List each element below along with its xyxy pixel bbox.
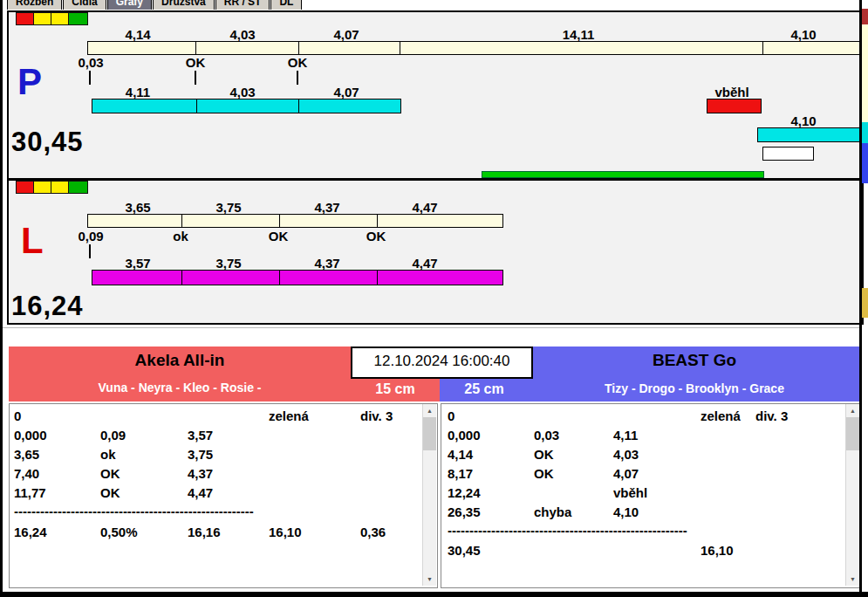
team-height-right: 25 cm bbox=[440, 381, 529, 397]
scrollbar[interactable]: ▲ ▼ bbox=[422, 404, 436, 586]
desktop-edge-fragment bbox=[862, 122, 868, 143]
table-cell: 8,17 bbox=[448, 466, 473, 481]
datetime-display: 12.10.2024 16:00:40 bbox=[351, 347, 533, 379]
bar-separator bbox=[298, 100, 299, 113]
check-label: OK bbox=[242, 229, 315, 244]
table-cell: 4,37 bbox=[188, 466, 213, 481]
table-divider: ----------------------------------------… bbox=[14, 504, 260, 519]
tab-rozbeh[interactable]: Rozběh bbox=[7, 0, 62, 10]
sensor-split-label: 4,10 bbox=[767, 27, 840, 42]
table-divider: ----------------------------------------… bbox=[448, 523, 694, 539]
run-split-label: 4,07 bbox=[310, 85, 383, 100]
run-bar bbox=[92, 99, 401, 113]
table-cell: zelená bbox=[701, 408, 741, 423]
bar-separator bbox=[377, 215, 378, 227]
team-name-right: BEAST Go bbox=[530, 351, 859, 370]
sensor-split-label: 3,65 bbox=[101, 200, 174, 215]
bar-separator bbox=[377, 271, 378, 285]
lane-letter-l: L bbox=[21, 223, 44, 259]
tab-bar: RozběhČidlaGrafyDružstvaRR / STDL bbox=[7, 0, 303, 10]
tick-mark bbox=[297, 71, 298, 85]
final-split-label: 4,10 bbox=[767, 113, 840, 128]
table-cell: 12,24 bbox=[448, 485, 481, 500]
tick-mark bbox=[89, 244, 91, 258]
results-table-right bbox=[441, 403, 861, 588]
table-cell: 0 bbox=[14, 408, 21, 423]
scroll-up-icon[interactable]: ▲ bbox=[423, 404, 436, 417]
run-split-label: 3,57 bbox=[101, 256, 174, 271]
window-border-left bbox=[0, 0, 3, 597]
desktop-edge-fragment bbox=[862, 24, 868, 122]
table-cell: ok bbox=[100, 447, 116, 462]
team-dogs-left: Vuna - Neyra - Kleo - Rosie - bbox=[9, 381, 351, 395]
status-square-green bbox=[68, 12, 88, 25]
final-run-bar bbox=[757, 127, 861, 142]
table-total-cell: 0,50% bbox=[100, 525, 138, 539]
table-cell: zelená bbox=[269, 408, 309, 423]
tab-cidla[interactable]: Čidla bbox=[63, 0, 106, 10]
table-cell: 4,11 bbox=[613, 428, 638, 443]
table-cell: 4,07 bbox=[613, 466, 639, 481]
table-cell: 7,40 bbox=[14, 466, 39, 481]
lane-total-p: 30,45 bbox=[11, 127, 84, 158]
sensor-split-label: 3,75 bbox=[192, 200, 265, 215]
tick-mark bbox=[195, 71, 196, 85]
sensor-bar bbox=[87, 214, 503, 228]
incursion-bar bbox=[707, 99, 762, 113]
desktop-edge-fragment bbox=[862, 143, 868, 183]
table-cell: div. 3 bbox=[360, 408, 393, 423]
run-split-label: 4,03 bbox=[206, 85, 279, 100]
table-cell: 4,14 bbox=[448, 447, 473, 462]
run-bar bbox=[92, 270, 503, 285]
scrollbar-thumb[interactable] bbox=[846, 417, 859, 450]
tab-dl[interactable]: DL bbox=[270, 0, 302, 10]
tab-druzstva[interactable]: Družstva bbox=[153, 0, 215, 10]
run-split-label: 4,37 bbox=[290, 256, 364, 271]
table-total-cell: 16,24 bbox=[14, 525, 47, 539]
tab-grafy[interactable]: Grafy bbox=[107, 0, 152, 10]
table-total-cell: 16,10 bbox=[701, 543, 734, 558]
check-label: 0,09 bbox=[54, 229, 127, 244]
scroll-down-icon[interactable]: ▼ bbox=[423, 573, 436, 586]
status-square-green bbox=[68, 181, 88, 194]
marker-box bbox=[762, 147, 814, 161]
lane-total-l: 16,24 bbox=[11, 291, 84, 322]
table-total-cell: 30,45 bbox=[448, 543, 481, 558]
table-cell: OK bbox=[100, 485, 120, 500]
table-cell: div. 3 bbox=[755, 408, 788, 423]
table-cell: OK bbox=[100, 466, 120, 481]
window-border-bottom bbox=[0, 592, 868, 597]
scroll-up-icon[interactable]: ▲ bbox=[846, 404, 859, 417]
bar-separator bbox=[196, 100, 197, 113]
table-cell: 4,03 bbox=[613, 447, 639, 462]
sensor-bar bbox=[87, 41, 861, 55]
incursion-label: vběhl bbox=[695, 85, 769, 100]
scrollbar[interactable]: ▲ ▼ bbox=[845, 404, 859, 586]
table-cell: 3,65 bbox=[14, 447, 39, 462]
bar-separator bbox=[279, 271, 280, 285]
sensor-split-label: 4,03 bbox=[206, 27, 279, 42]
bar-separator bbox=[400, 42, 400, 54]
bar-separator bbox=[181, 215, 182, 227]
tab-rr-st[interactable]: RR / ST bbox=[215, 0, 270, 10]
sensor-split-label: 4,07 bbox=[310, 27, 383, 42]
check-label: ok bbox=[144, 229, 217, 244]
team-name-left: Akela All-in bbox=[9, 351, 351, 370]
table-cell: chyba bbox=[534, 504, 571, 519]
desktop-edge-fragment bbox=[862, 288, 868, 318]
table-cell: 0 bbox=[448, 408, 455, 423]
sensor-split-label: 4,47 bbox=[388, 200, 461, 215]
table-total-cell: 16,16 bbox=[188, 525, 221, 539]
scrollbar-thumb[interactable] bbox=[423, 417, 436, 450]
scroll-down-icon[interactable]: ▼ bbox=[846, 573, 859, 586]
lane-letter-p: P bbox=[17, 64, 42, 100]
table-cell: 0,03 bbox=[534, 428, 559, 443]
run-split-label: 4,11 bbox=[101, 85, 174, 100]
table-total-cell: 0,36 bbox=[360, 525, 386, 539]
table-cell: 26,35 bbox=[448, 504, 481, 519]
check-label: 0,03 bbox=[54, 55, 127, 70]
table-cell: 3,57 bbox=[188, 428, 213, 443]
table-total-cell: 16,10 bbox=[269, 525, 302, 539]
check-label: OK bbox=[339, 229, 413, 244]
table-cell: 0,000 bbox=[448, 428, 481, 443]
